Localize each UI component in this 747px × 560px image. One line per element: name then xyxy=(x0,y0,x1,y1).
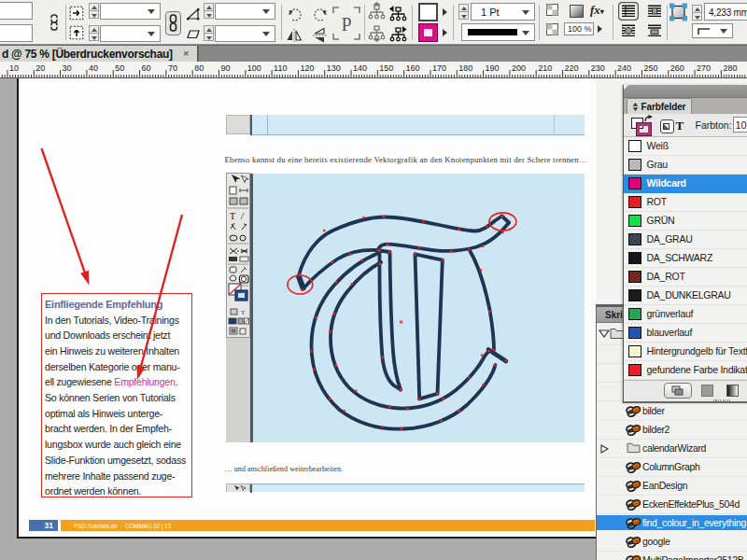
svg-text:60: 60 xyxy=(142,63,151,73)
svg-text:P: P xyxy=(341,14,351,35)
svg-text:120: 120 xyxy=(300,63,314,73)
svg-text:70: 70 xyxy=(168,63,177,73)
svg-text:140: 140 xyxy=(353,63,367,73)
svg-text:280: 280 xyxy=(723,63,737,73)
svg-text:240: 240 xyxy=(617,63,631,73)
svg-text:270: 270 xyxy=(697,63,711,73)
svg-text:210: 210 xyxy=(538,63,552,73)
svg-text:170: 170 xyxy=(432,63,446,73)
svg-text:200: 200 xyxy=(512,63,526,73)
svg-text:50: 50 xyxy=(115,63,124,73)
svg-text:110: 110 xyxy=(274,63,287,73)
svg-text:260: 260 xyxy=(670,63,684,73)
svg-text:190: 190 xyxy=(486,63,500,73)
svg-text:20: 20 xyxy=(35,63,45,73)
svg-text:80: 80 xyxy=(194,63,204,73)
svg-text:130: 130 xyxy=(327,63,341,73)
svg-text:100: 100 xyxy=(247,63,261,73)
svg-text:10: 10 xyxy=(9,63,19,73)
svg-text:230: 230 xyxy=(591,63,605,73)
svg-text:250: 250 xyxy=(643,63,657,73)
svg-text:40: 40 xyxy=(89,63,98,73)
svg-text:160: 160 xyxy=(406,63,420,73)
svg-text:220: 220 xyxy=(565,63,579,73)
svg-text:30: 30 xyxy=(63,63,72,73)
svg-text:150: 150 xyxy=(379,63,393,73)
svg-text:180: 180 xyxy=(458,63,472,73)
svg-text:90: 90 xyxy=(221,63,231,73)
